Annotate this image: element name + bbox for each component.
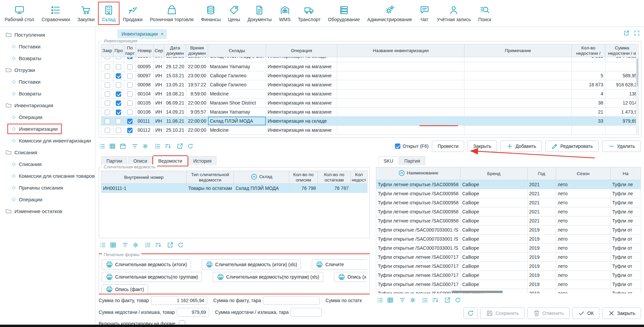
popout-icon[interactable]: [623, 30, 630, 36]
column-header[interactable]: Склады: [208, 44, 266, 57]
refresh-icon[interactable]: [177, 242, 184, 248]
row-checkbox[interactable]: [127, 82, 133, 88]
column-header[interactable]: Время докумен: [186, 44, 208, 57]
topbar-item-truck[interactable]: Транспорт: [295, 3, 323, 24]
row-checkbox[interactable]: [105, 110, 110, 115]
column-header[interactable]: Год: [527, 167, 556, 180]
numlist-icon[interactable]: [154, 143, 161, 150]
funnel-icon[interactable]: [122, 242, 129, 248]
inventory-row-00111[interactable]: 00111ИН11.08.2122:00:00Склад ПЛЭЙ МОДАИн…: [101, 117, 639, 126]
sidebar-item-9[interactable]: Комиссии для инвентаризации: [0, 135, 95, 147]
inventory-row-00098[interactable]: 00098ИН13.05.2119:57:22Calliope ГалилеоИ…: [101, 80, 639, 89]
horizontal-scrollbar[interactable]: [452, 291, 503, 293]
dobavit-button[interactable]: Добавить: [500, 140, 542, 152]
row-checkbox[interactable]: [127, 64, 133, 70]
sidebar-item-1[interactable]: Поставки: [0, 41, 95, 52]
gear-icon[interactable]: [132, 242, 139, 248]
topbar-item-gears[interactable]: Администрирование: [364, 3, 415, 24]
statement-tab-0[interactable]: Партии: [101, 156, 127, 165]
row-checkbox[interactable]: [127, 110, 133, 115]
row-checkbox[interactable]: [105, 100, 110, 106]
short-goods-input[interactable]: [177, 308, 209, 317]
row-checkbox[interactable]: [116, 119, 121, 124]
sortlines-icon[interactable]: [432, 297, 439, 303]
sku-row[interactable]: Туфли летние открытые /SAC000958Calliope…: [376, 216, 641, 226]
row-checkbox[interactable]: [116, 64, 121, 70]
inventory-row-00105[interactable]: 00105ИН06.09.2122:00:00Магазин Shoe Dist…: [101, 98, 639, 108]
sku-row[interactable]: Туфли открытые /SAC0007033001 /SCalliope…: [376, 226, 641, 235]
sku-tab-0[interactable]: SKU: [379, 156, 398, 165]
tab-inventarizacii[interactable]: Инвентаризации ×: [117, 29, 167, 39]
column-header[interactable]: Наименование: [376, 167, 460, 180]
sidebar-item-10[interactable]: Списания: [0, 147, 95, 158]
sku-row[interactable]: Туфли открытые летние /SAC000717Calliope…: [376, 271, 641, 280]
row-checkbox[interactable]: [116, 82, 121, 88]
column-header[interactable]: Примечание: [464, 44, 572, 57]
sortcircle-icon[interactable]: [250, 173, 258, 180]
inventory-row-00106[interactable]: 00106ИН14.09.219:05:57Магазин YamamayИнв…: [101, 108, 639, 117]
sidebar-item-3[interactable]: Отгрузки: [0, 64, 95, 76]
inventory-row-00112[interactable]: 00112ИН25.10.2122:00:00MedicineИнвентари…: [101, 126, 639, 135]
sidebar-item-8[interactable]: Инвентаризации: [0, 123, 95, 135]
sku-row[interactable]: Туфли летние открытые /SAC000958Calliope…: [376, 180, 641, 189]
sku-row[interactable]: Туфли открытые летние /SAC000717Calliope…: [376, 262, 641, 271]
column-header[interactable]: Склад: [234, 171, 289, 184]
open-f6-checkbox[interactable]: Открыт (F6): [395, 144, 429, 149]
column-header[interactable]: Сумма недостачи / и: [605, 44, 639, 57]
sku-row[interactable]: Туфли летние открытые /SAC000958Calliope…: [376, 207, 641, 216]
topbar-item-desktop[interactable]: Рабочий стол: [2, 3, 37, 24]
row-checkbox[interactable]: [127, 73, 133, 79]
sortlines-icon[interactable]: [164, 143, 171, 150]
sku-row[interactable]: Туфли летние открытые /SAC000958Calliope…: [376, 189, 641, 198]
extlink-icon[interactable]: [444, 297, 451, 303]
zakryt-button[interactable]: Закрыть: [467, 140, 497, 152]
sidebar-item-13[interactable]: Причины списания: [0, 182, 95, 194]
sidebar-item-14[interactable]: Операции: [0, 194, 95, 205]
bullets-icon[interactable]: [99, 143, 105, 150]
row-checkbox[interactable]: [105, 57, 110, 59]
row-checkbox[interactable]: [105, 119, 110, 124]
adjustment-checkbox[interactable]: [179, 320, 185, 325]
column-header[interactable]: По парт: [124, 44, 136, 57]
row-checkbox[interactable]: [127, 91, 133, 97]
row-checkbox[interactable]: [116, 110, 121, 115]
redaktirovat-button[interactable]: Редактировать: [545, 140, 599, 152]
numlist-icon[interactable]: [422, 297, 428, 303]
topbar-item-server[interactable]: Оборудование: [325, 3, 362, 24]
sku-row[interactable]: Туфли открытые /SAC0007033001 /SCalliope…: [376, 244, 641, 253]
funnel-icon[interactable]: [399, 297, 406, 303]
row-checkbox[interactable]: [116, 128, 121, 133]
row-checkbox[interactable]: [105, 64, 110, 70]
column-header[interactable]: Закр: [101, 44, 113, 57]
column-header[interactable]: Кол-во по остаткам: [318, 171, 351, 184]
inventory-row-00095[interactable]: 00095ИН29.12.2022:00:00Магазин YamamayИн…: [101, 62, 639, 71]
row-checkbox[interactable]: [127, 128, 133, 133]
row-checkbox[interactable]: [105, 128, 110, 133]
fact-tare-input[interactable]: [263, 296, 319, 305]
tab-close-icon[interactable]: ×: [161, 31, 163, 37]
cancel-button[interactable]: Отменить: [527, 308, 569, 319]
sidebar-item-5[interactable]: Возвраты: [0, 88, 95, 99]
statement-tab-3[interactable]: История: [188, 156, 216, 165]
topbar-item-chat[interactable]: Чат: [417, 3, 432, 24]
column-header[interactable]: Бренд: [460, 167, 527, 180]
print-form-button[interactable]: Сличительная ведомость(по группам) (xls): [213, 272, 323, 282]
column-header[interactable]: Кол-во по описям: [289, 171, 318, 184]
row-checkbox[interactable]: [116, 91, 121, 97]
extlink-icon[interactable]: [167, 242, 174, 248]
inventory-row-00097[interactable]: 00097ИН15.03.2123:00:00Calliope ГалилеоИ…: [101, 71, 639, 80]
inventory-row-00104[interactable]: 00104ИН18.08.218:59:00MedicineИнвентариз…: [101, 89, 639, 98]
topbar-item-tag[interactable]: Цены: [225, 3, 243, 24]
print-form-button[interactable]: Сличительная ведомость (итоги) (xls): [202, 259, 301, 270]
column-header[interactable]: Операция: [266, 44, 337, 57]
row-checkbox[interactable]: [127, 119, 133, 124]
sku-row[interactable]: Туфли открытые /SAC0007033001 /SCalliope…: [376, 235, 641, 244]
gear-icon[interactable]: [142, 143, 149, 150]
print-form-button[interactable]: Сличительная ведомость(по группам): [102, 272, 202, 282]
sidebar-item-15[interactable]: Изменение остатков: [0, 205, 95, 217]
numlist-icon[interactable]: [144, 242, 151, 248]
column-header[interactable]: На: [610, 167, 641, 180]
calendar-icon[interactable]: [119, 143, 126, 150]
inventory-row-00094[interactable]: 00094ИН12.12.2010:30:44Склад ПЛЭЙ МОДА, …: [101, 57, 639, 62]
print-form-button[interactable]: Опись (факт): [102, 284, 148, 294]
